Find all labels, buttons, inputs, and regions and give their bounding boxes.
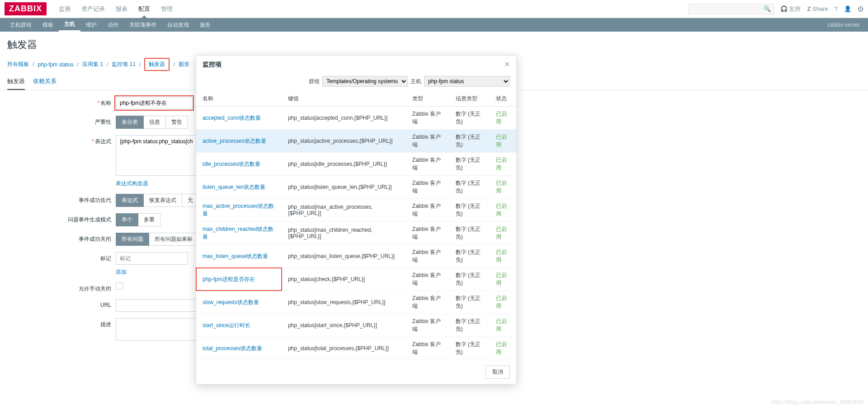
table-row[interactable]: total_processes状态数量php_status[total_proc… (196, 337, 516, 355)
table-row[interactable]: max_children_reached状态数量php_status[max_c… (196, 222, 516, 245)
item-name-link[interactable]: listen_queue_len状态数量 (203, 184, 265, 190)
topnav-item[interactable]: 管理 (156, 0, 178, 18)
expression-builder-link[interactable]: 表达式构造器 (116, 180, 148, 187)
item-name-link[interactable]: idle_processes状态数量 (203, 161, 260, 167)
okclose-option[interactable]: 所有问题如果标 (149, 233, 198, 246)
status-cell: 已启用 (490, 176, 516, 199)
table-row[interactable]: active_processes状态数量php_status[active_pr… (196, 130, 516, 153)
help-icon[interactable]: ? (835, 5, 838, 12)
logo: ZABBIX (5, 2, 47, 15)
breadcrumb-item[interactable]: 图形 (179, 61, 189, 68)
table-row[interactable]: idle_processes状态数量php_status[idle_proces… (196, 153, 516, 176)
item-name-link[interactable]: slow_requests状态数量 (203, 299, 259, 305)
item-name-link[interactable]: max_active_processes状态数量 (203, 203, 274, 217)
status-cell: 已启用 (490, 222, 516, 245)
severity-label: 严重性 (95, 119, 111, 125)
topnav-item[interactable]: 监测 (53, 0, 76, 18)
tab[interactable]: 触发器 (7, 77, 25, 90)
subnav-item[interactable]: 主机 (59, 18, 80, 32)
subnav-item[interactable]: 自动发现 (162, 18, 194, 32)
status-cell: 已启用 (490, 245, 516, 268)
ok-event-label: 事件成功迭代 (79, 197, 111, 203)
group-select[interactable]: Templates/Operating systems (322, 76, 408, 87)
item-name-link[interactable]: accepted_conn状态数量 (203, 115, 261, 121)
table-header: 状态 (490, 91, 516, 107)
status-cell: 已启用 (490, 130, 516, 153)
host-select[interactable]: php-fpm status (424, 76, 510, 87)
breadcrumb-item[interactable]: 应用集 1 (82, 61, 103, 68)
user-icon[interactable]: 👤 (844, 5, 851, 12)
modal-title: 监控项 (203, 61, 222, 69)
table-row[interactable]: max_active_processes状态数量php_status[max_a… (196, 199, 516, 222)
pmode-option[interactable]: 多重 (138, 213, 160, 226)
table-row[interactable]: php-fpm进程是否存在php_status[check,{$PHP_URL}… (196, 268, 516, 291)
ok-close-label: 事件成功关闭 (79, 236, 111, 242)
pmode-option[interactable]: 单个 (116, 213, 138, 226)
table-row[interactable]: listen_queue_len状态数量php_status[listen_qu… (196, 176, 516, 199)
status-cell: 已启用 (490, 153, 516, 176)
sev-option[interactable]: 警告 (166, 116, 188, 129)
support-link[interactable]: 🎧 支持 (780, 5, 801, 13)
top-nav: ZABBIX 监测资产记录报表配置管理 🔍 🎧 支持 Z Share ? 👤 ⏻ (0, 0, 868, 18)
item-name-link[interactable]: active_processes状态数量 (203, 138, 266, 144)
share-link[interactable]: Z Share (807, 5, 828, 12)
table-row[interactable]: start_since运行时长php_status[start_since,{$… (196, 314, 516, 337)
table-header: 名称 (196, 91, 282, 107)
topnav-item[interactable]: 配置 (133, 0, 156, 18)
search-input[interactable]: 🔍 (688, 4, 774, 14)
desc-label: 描述 (100, 321, 111, 328)
table-row[interactable]: slow_requests状态数量php_status[slow_request… (196, 291, 516, 314)
topnav-item[interactable]: 报表 (110, 0, 133, 18)
table-header: 类型 (406, 91, 449, 107)
subnav-item[interactable]: 服务 (194, 18, 216, 32)
item-name-link[interactable]: php-fpm进程是否存在 (203, 276, 255, 282)
status-cell: 已启用 (490, 291, 516, 314)
subnav-item[interactable]: 动作 (102, 18, 124, 32)
sev-option[interactable]: 信息 (144, 116, 166, 129)
host-label: 主机 (410, 78, 421, 85)
table-row[interactable]: max_listen_queue状态数量php_status[max_liste… (196, 245, 516, 268)
okevent-option[interactable]: 恢复表达式 (144, 194, 182, 207)
name-input[interactable] (116, 97, 193, 109)
subnav-item[interactable]: 主机群组 (5, 18, 37, 32)
item-picker-modal: 监控项 ✕ 群组 Templates/Operating systems 主机 … (196, 55, 517, 355)
item-name-link[interactable]: total_processes状态数量 (203, 345, 262, 352)
status-cell: 已启用 (490, 268, 516, 291)
tag-input[interactable] (116, 252, 188, 265)
topnav-item[interactable]: 资产记录 (76, 0, 110, 18)
breadcrumb-item[interactable]: 监控项 11 (112, 61, 136, 68)
power-icon[interactable]: ⏻ (858, 5, 863, 12)
breadcrumb-item[interactable]: 触发器 (144, 58, 170, 71)
breadcrumb-item[interactable]: 所有模板 (7, 61, 29, 68)
item-name-link[interactable]: max_listen_queue状态数量 (203, 253, 268, 259)
item-name-link[interactable]: start_since运行时长 (203, 322, 250, 328)
server-name: zabbix-server (827, 22, 863, 28)
tab[interactable]: 依赖关系 (33, 77, 57, 90)
sub-nav: 主机群组模板主机维护动作关联项事件自动发现服务 zabbix-server (0, 18, 868, 32)
okclose-option[interactable]: 所有问题 (116, 233, 149, 246)
status-cell: 已启用 (490, 199, 516, 222)
table-row[interactable]: accepted_conn状态数量php_status[accepted_con… (196, 107, 516, 130)
subnav-item[interactable]: 模板 (37, 18, 59, 32)
expression-label: 表达式 (95, 138, 111, 145)
status-cell: 已启用 (490, 107, 516, 130)
breadcrumb-item[interactable]: php-fpm status (38, 61, 73, 68)
top-menu: 监测资产记录报表配置管理 (53, 0, 178, 18)
group-label: 群组 (309, 78, 320, 85)
subnav-item[interactable]: 维护 (80, 18, 102, 32)
status-cell: 已启用 (490, 337, 516, 355)
table-header: 键值 (282, 91, 406, 107)
add-tag-link[interactable]: 添加 (116, 269, 127, 275)
close-icon[interactable]: ✕ (504, 60, 510, 69)
manual-close-checkbox[interactable] (116, 282, 123, 290)
items-table: 名称键值类型信息类型状态 accepted_conn状态数量php_status… (196, 91, 516, 355)
item-name-link[interactable]: max_children_reached状态数量 (203, 226, 274, 240)
tags-label: 标记 (100, 255, 111, 262)
sev-option[interactable]: 未分类 (116, 116, 144, 129)
status-cell: 已启用 (490, 314, 516, 337)
table-header: 信息类型 (449, 91, 490, 107)
okevent-option[interactable]: 表达式 (116, 194, 144, 207)
top-right: 🔍 🎧 支持 Z Share ? 👤 ⏻ (688, 4, 863, 14)
subnav-item[interactable]: 关联项事件 (124, 18, 162, 32)
name-label: 名称 (100, 100, 111, 106)
